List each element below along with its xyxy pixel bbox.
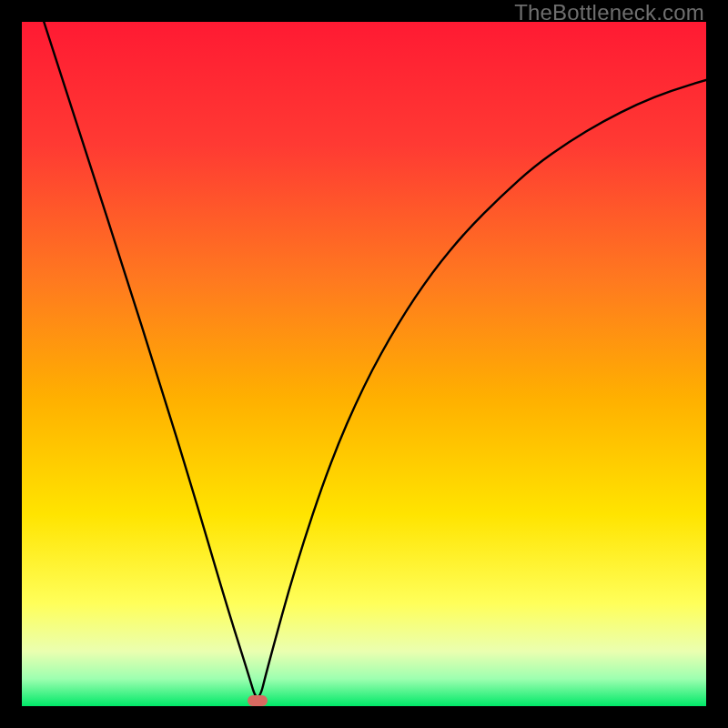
- watermark-text: TheBottleneck.com: [514, 0, 704, 25]
- bottleneck-curve: [22, 22, 706, 706]
- bottleneck-marker: [248, 695, 268, 706]
